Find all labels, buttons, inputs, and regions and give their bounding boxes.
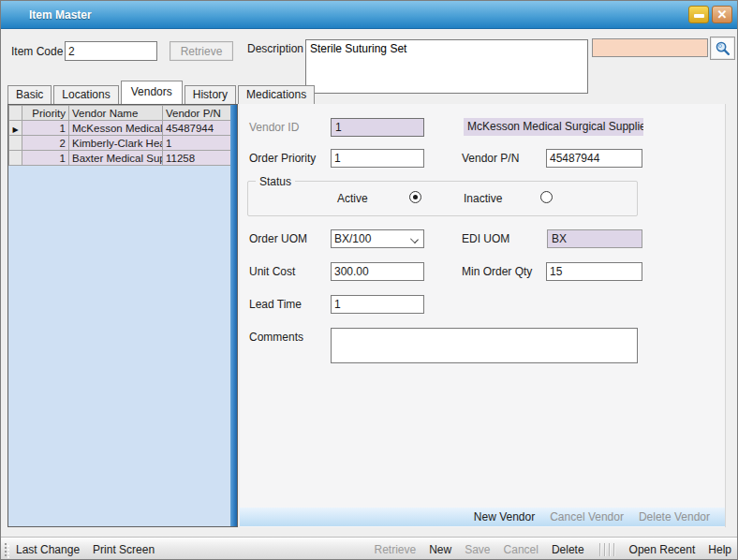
grid-header-row: Priority Vendor Name Vendor P/N — [9, 106, 231, 121]
cancel-vendor-button[interactable]: Cancel Vendor — [550, 510, 624, 523]
table-row[interactable]: ▶ 1 McKesson Medical Surgical Supplies 4… — [9, 121, 231, 136]
vendor-pn-label: Vendor P/N — [462, 152, 519, 165]
last-change-button[interactable]: Last Change — [16, 543, 80, 556]
inactive-radio-label: Inactive — [464, 192, 502, 205]
close-icon: ✕ — [717, 8, 728, 21]
tab-vendors[interactable]: Vendors — [121, 81, 183, 104]
order-uom-select[interactable]: BX/100 — [331, 229, 424, 248]
current-row-arrow-icon: ▶ — [12, 125, 18, 134]
item-code-label: Item Code — [11, 45, 63, 58]
delete-vendor-button[interactable]: Delete Vendor — [639, 510, 710, 523]
title-bar[interactable]: Item Master ✕ — [1, 1, 737, 29]
order-priority-input[interactable] — [331, 149, 424, 168]
retrieve-button[interactable]: Retrieve — [170, 41, 233, 61]
tab-strip: Basic Locations Vendors History Medicati… — [7, 81, 317, 104]
table-row[interactable]: 1 Baxter Medical Supply 11258 — [9, 151, 231, 166]
status-group-label: Status — [256, 175, 295, 188]
statusbar-separators — [599, 543, 614, 556]
item-master-window: Item Master ✕ Item Code Retrieve Descrip… — [0, 0, 738, 560]
vendor-detail-panel: Vendor ID 1 McKesson Medical Surgical Su… — [240, 104, 726, 527]
min-order-qty-input[interactable] — [546, 262, 642, 281]
tab-medications[interactable]: Medications — [238, 85, 315, 104]
tab-history[interactable]: History — [184, 85, 236, 104]
col-header-priority[interactable]: Priority — [22, 106, 69, 121]
chevron-down-icon — [410, 235, 419, 243]
statusbar-grip-icon — [3, 541, 10, 558]
statusbar-new-button[interactable]: New — [429, 543, 451, 556]
edi-uom-label: EDI UOM — [462, 232, 509, 245]
print-screen-button[interactable]: Print Screen — [93, 543, 155, 556]
help-button[interactable]: Help — [708, 543, 731, 556]
tab-locations[interactable]: Locations — [53, 85, 118, 104]
vendor-id-label: Vendor ID — [249, 121, 299, 134]
active-radio-label: Active — [337, 192, 368, 205]
min-order-qty-label: Min Order Qty — [462, 265, 532, 278]
lead-time-input[interactable] — [331, 295, 424, 314]
tab-basic[interactable]: Basic — [7, 85, 52, 104]
close-button[interactable]: ✕ — [712, 6, 732, 23]
grid-scrollbar[interactable] — [230, 105, 237, 526]
description-label: Description — [247, 42, 303, 55]
statusbar-cancel-button[interactable]: Cancel — [504, 543, 539, 556]
vendor-id-field: 1 — [331, 118, 424, 137]
comments-textarea[interactable] — [331, 328, 638, 363]
inactive-radio[interactable] — [540, 191, 553, 203]
description-textarea[interactable]: Sterile Suturing Set — [305, 39, 588, 94]
lookup-input[interactable] — [592, 38, 708, 57]
comments-label: Comments — [249, 331, 303, 344]
vendor-table: Priority Vendor Name Vendor P/N ▶ 1 McKe… — [8, 105, 231, 166]
statusbar-delete-button[interactable]: Delete — [552, 543, 584, 556]
vendor-actions-bar: New Vendor Cancel Vendor Delete Vendor — [240, 508, 725, 526]
row-selector-header — [9, 106, 22, 121]
statusbar-save-button[interactable]: Save — [465, 543, 490, 556]
order-uom-label: Order UOM — [249, 232, 307, 245]
col-header-vendor-name[interactable]: Vendor Name — [69, 106, 163, 121]
vendor-name-field: McKesson Medical Surgical Supplies — [464, 118, 643, 136]
magnifier-icon — [715, 40, 731, 56]
minimize-icon — [694, 14, 704, 18]
open-recent-button[interactable]: Open Recent — [629, 543, 696, 556]
window-title: Item Master — [29, 8, 92, 22]
order-priority-label: Order Priority — [249, 152, 316, 165]
unit-cost-input[interactable] — [331, 262, 424, 281]
col-header-vendor-pn[interactable]: Vendor P/N — [163, 106, 231, 121]
minimize-button[interactable] — [688, 6, 709, 23]
current-row-indicator: ▶ — [9, 121, 22, 136]
status-groupbox: Status Active Inactive — [247, 181, 638, 216]
vendor-grid: Priority Vendor Name Vendor P/N ▶ 1 McKe… — [7, 104, 238, 527]
search-button[interactable] — [710, 37, 735, 60]
unit-cost-label: Unit Cost — [249, 265, 295, 278]
status-bar: Last Change Print Screen Retrieve New Sa… — [1, 537, 738, 560]
table-row[interactable]: 2 Kimberly-Clark Health 1 — [9, 136, 231, 151]
new-vendor-button[interactable]: New Vendor — [474, 510, 535, 523]
statusbar-retrieve-button[interactable]: Retrieve — [374, 543, 416, 556]
edi-uom-field: BX — [547, 229, 642, 248]
active-radio[interactable] — [409, 191, 421, 203]
vendor-pn-input[interactable] — [546, 149, 642, 168]
item-code-input[interactable] — [65, 41, 157, 61]
lead-time-label: Lead Time — [249, 298, 302, 311]
